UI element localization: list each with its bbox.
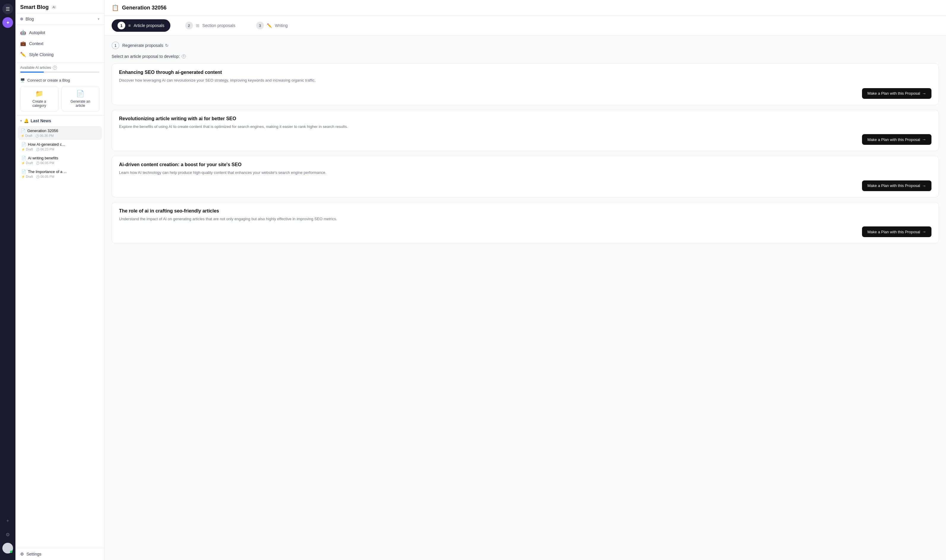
proposal-2-footer: Make a Plan with this Proposal → xyxy=(119,134,931,145)
arrow-right-icon-1: → xyxy=(922,91,926,96)
connect-blog-section: 🖥️ Connect or create a Blog 📁 Create aca… xyxy=(15,74,104,115)
proposal-2-desc: Explore the benefits of using AI to crea… xyxy=(119,124,931,130)
app-title: Smart Blog AI xyxy=(20,4,100,11)
news-item-how-ai-icon: 📄 xyxy=(22,142,26,146)
user-avatar[interactable] xyxy=(2,543,13,554)
proposal-4-footer: Make a Plan with this Proposal → xyxy=(119,226,931,237)
progress-fill xyxy=(20,72,44,73)
news-item-gen32056-icon: 📄 xyxy=(21,129,26,133)
autopilot-icon: 🤖 xyxy=(20,30,26,35)
step-1-num: 1 xyxy=(118,22,125,29)
app-title-text: Smart Blog xyxy=(20,4,49,11)
news-label: Last News xyxy=(31,118,51,123)
add-icon[interactable]: + xyxy=(2,515,13,526)
sidebar: Smart Blog AI Blog ▾ 🤖 Autopilot 💼 Conte… xyxy=(15,0,105,560)
step-3-label: Writing xyxy=(275,23,288,28)
sidebar-nav: 🤖 Autopilot 💼 Context ✏️ Style Cloning xyxy=(15,25,104,63)
proposal-2-title: Revolutionizing article writing with ai … xyxy=(119,116,931,122)
proposal-1-footer: Make a Plan with this Proposal → xyxy=(119,88,931,99)
proposals-area: 1 Regenerate proposals ↻ Select an artic… xyxy=(105,35,946,560)
regenerate-button[interactable]: Regenerate proposals ↻ xyxy=(122,43,169,48)
action-cards: 📁 Create acategory 📄 Generate anarticle xyxy=(20,86,100,112)
news-item-how-ai-title: How AI-generated c... xyxy=(28,142,65,146)
settings-gear-icon: ⚙ xyxy=(20,552,24,557)
news-item-how-ai[interactable]: 📄 How AI-generated c... ⚡ Draft 🕐 06:23 … xyxy=(15,140,104,154)
regen-num: 1 xyxy=(112,42,119,49)
arrow-right-icon-4: → xyxy=(922,229,926,234)
step-3-icon: ✏️ xyxy=(267,23,272,28)
generate-article-card[interactable]: 📄 Generate anarticle xyxy=(62,86,100,112)
news-bell-icon: 🔔 xyxy=(24,118,29,123)
draft-badge-1: ⚡ Draft xyxy=(22,148,33,151)
draft-badge-2: ⚡ Draft xyxy=(22,161,33,165)
create-category-label: Create acategory xyxy=(32,99,46,108)
generate-article-icon: 📄 xyxy=(76,90,84,98)
regen-label: Regenerate proposals xyxy=(122,43,163,48)
regen-bar: 1 Regenerate proposals ↻ xyxy=(112,42,939,49)
collapse-icon: ▾ xyxy=(20,119,22,123)
proposal-card-3: Ai-driven content creation: a boost for … xyxy=(112,156,939,197)
generate-article-label: Generate anarticle xyxy=(70,99,90,108)
proposal-card-4: The role of ai in crafting seo-friendly … xyxy=(112,202,939,244)
proposal-1-title: Enhancing SEO through ai-generated conte… xyxy=(119,70,931,75)
blog-name: Blog xyxy=(26,17,34,22)
available-help-icon[interactable]: ? xyxy=(53,66,57,70)
news-item-gen32056[interactable]: 📄 Generation 32056 ⚡ Draft 🕐 06:36 PM xyxy=(18,126,102,140)
step-2-label: Section proposals xyxy=(202,23,235,28)
proposal-1-desc: Discover how leveraging AI can revolutio… xyxy=(119,77,931,83)
step-article-proposals[interactable]: 1 ≡ Article proposals xyxy=(112,19,171,32)
generation-icon: 📋 xyxy=(112,4,119,11)
make-plan-button-2[interactable]: Make a Plan with this Proposal → xyxy=(862,134,931,145)
select-label: Select an article proposal to develop: ? xyxy=(112,54,939,59)
settings-label: Settings xyxy=(26,552,42,557)
proposal-3-title: Ai-driven content creation: a boost for … xyxy=(119,162,931,168)
settings-icon[interactable]: ⚙ xyxy=(2,529,13,540)
step-section-proposals[interactable]: 2 ⊞ Section proposals xyxy=(179,19,241,32)
main-header: 📋 Generation 32056 xyxy=(105,0,946,16)
steps-bar: 1 ≡ Article proposals 2 ⊞ Section propos… xyxy=(105,16,946,35)
step-writing[interactable]: 3 ✏️ Writing xyxy=(250,19,294,32)
news-item-ai-writing-title: Ai writing benefits xyxy=(28,156,58,160)
make-plan-button-3[interactable]: Make a Plan with this Proposal → xyxy=(862,180,931,191)
blog-selector[interactable]: Blog ▾ xyxy=(15,14,104,25)
available-section: Available AI articles ? xyxy=(15,63,104,74)
menu-icon[interactable]: ☰ xyxy=(2,3,13,14)
step-1-label: Article proposals xyxy=(134,23,165,28)
connect-blog-button[interactable]: 🖥️ Connect or create a Blog xyxy=(20,78,100,83)
style-cloning-icon: ✏️ xyxy=(20,52,26,57)
settings-button[interactable]: ⚙ Settings xyxy=(20,552,100,557)
make-plan-button-1[interactable]: Make a Plan with this Proposal → xyxy=(862,88,931,99)
make-plan-button-4[interactable]: Make a Plan with this Proposal → xyxy=(862,226,931,237)
proposal-3-footer: Make a Plan with this Proposal → xyxy=(119,180,931,191)
news-item-ai-writing[interactable]: 📄 Ai writing benefits ⚡ Draft 🕐 06:05 PM xyxy=(15,154,104,167)
select-help-icon[interactable]: ? xyxy=(182,54,186,58)
proposal-card-1: Enhancing SEO through ai-generated conte… xyxy=(112,63,939,105)
ai-icon[interactable]: ✦ xyxy=(2,17,13,28)
news-item-importance[interactable]: 📄 The Importance of a ... ⚡ Draft 🕐 06:0… xyxy=(15,167,104,181)
ai-badge: AI xyxy=(51,5,57,9)
generation-title: Generation 32056 xyxy=(122,5,166,11)
style-cloning-label: Style Cloning xyxy=(29,52,54,57)
news-header[interactable]: ▾ 🔔 Last News xyxy=(15,115,104,126)
sidebar-item-context[interactable]: 💼 Context xyxy=(15,38,104,49)
sidebar-item-autopilot[interactable]: 🤖 Autopilot xyxy=(15,27,104,38)
blog-chevron-icon: ▾ xyxy=(98,17,100,21)
step-3-num: 3 xyxy=(256,22,264,29)
sidebar-footer: ⚙ Settings xyxy=(15,548,104,560)
news-section: ▾ 🔔 Last News 📄 Generation 32056 ⚡ Draft… xyxy=(15,115,104,548)
step-2-num: 2 xyxy=(185,22,193,29)
news-item-gen32056-title: Generation 32056 xyxy=(27,129,58,133)
blog-selector-left: Blog xyxy=(20,17,34,22)
proposal-4-desc: Understand the impact of AI on generatin… xyxy=(119,216,931,222)
context-icon: 💼 xyxy=(20,41,26,46)
draft-badge-3: ⚡ Draft xyxy=(22,175,33,178)
regen-icon: ↻ xyxy=(165,43,169,48)
proposal-4-title: The role of ai in crafting seo-friendly … xyxy=(119,208,931,214)
sidebar-header: Smart Blog AI xyxy=(15,0,104,14)
news-item-importance-title: The Importance of a ... xyxy=(28,169,67,174)
draft-badge-0: ⚡ Draft xyxy=(21,134,32,137)
create-category-card[interactable]: 📁 Create acategory xyxy=(20,86,58,112)
sidebar-item-style-cloning[interactable]: ✏️ Style Cloning xyxy=(15,49,104,60)
create-category-icon: 📁 xyxy=(35,90,43,98)
proposal-card-2: Revolutionizing article writing with ai … xyxy=(112,110,939,151)
